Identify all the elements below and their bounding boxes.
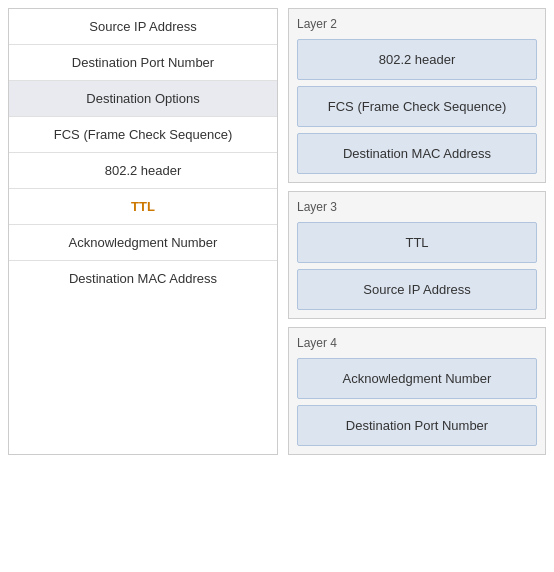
left-item-2[interactable]: Destination Options (9, 81, 277, 117)
layer-item-2-0[interactable]: Acknowledgment Number (297, 358, 537, 399)
left-item-4[interactable]: 802.2 header (9, 153, 277, 189)
layer-items-1: TTLSource IP Address (297, 222, 537, 310)
left-item-1[interactable]: Destination Port Number (9, 45, 277, 81)
left-item-0[interactable]: Source IP Address (9, 9, 277, 45)
layer-item-1-0[interactable]: TTL (297, 222, 537, 263)
layer-item-0-0[interactable]: 802.2 header (297, 39, 537, 80)
left-panel: Source IP AddressDestination Port Number… (8, 8, 278, 455)
left-item-5[interactable]: TTL (9, 189, 277, 225)
layer-item-0-2[interactable]: Destination MAC Address (297, 133, 537, 174)
layer-title-1: Layer 3 (297, 200, 537, 214)
layer-title-0: Layer 2 (297, 17, 537, 31)
left-item-7[interactable]: Destination MAC Address (9, 261, 277, 296)
layer-box-0: Layer 2802.2 headerFCS (Frame Check Sequ… (288, 8, 546, 183)
layer-items-2: Acknowledgment NumberDestination Port Nu… (297, 358, 537, 446)
layer-items-0: 802.2 headerFCS (Frame Check Sequence)De… (297, 39, 537, 174)
layer-item-1-1[interactable]: Source IP Address (297, 269, 537, 310)
left-item-6[interactable]: Acknowledgment Number (9, 225, 277, 261)
main-container: Source IP AddressDestination Port Number… (0, 0, 554, 463)
left-item-3[interactable]: FCS (Frame Check Sequence) (9, 117, 277, 153)
layer-title-2: Layer 4 (297, 336, 537, 350)
layer-item-0-1[interactable]: FCS (Frame Check Sequence) (297, 86, 537, 127)
layer-item-2-1[interactable]: Destination Port Number (297, 405, 537, 446)
layer-box-1: Layer 3TTLSource IP Address (288, 191, 546, 319)
right-panel: Layer 2802.2 headerFCS (Frame Check Sequ… (288, 8, 546, 455)
layer-box-2: Layer 4Acknowledgment NumberDestination … (288, 327, 546, 455)
